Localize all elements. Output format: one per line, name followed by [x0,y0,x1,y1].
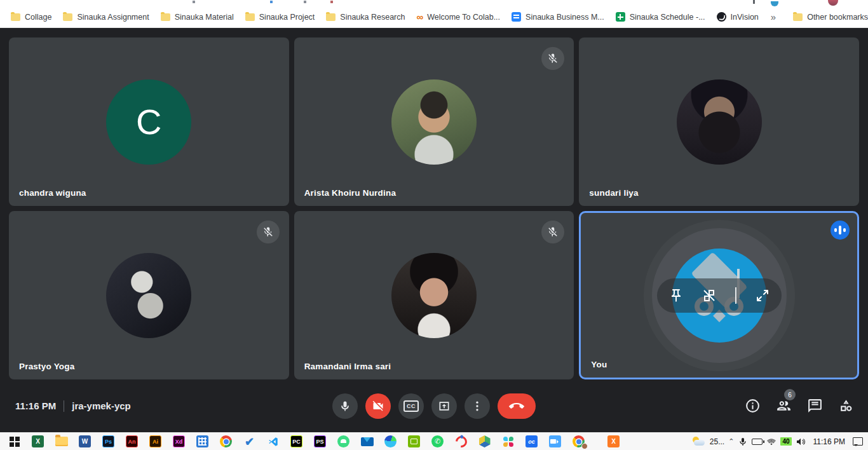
participant-tile-prastyo[interactable]: Prastyo Yoga [9,211,289,379]
tray-overflow-chevron[interactable]: ⌃ [728,437,734,446]
present-button[interactable] [431,393,457,419]
bookmarks-bar: Collage Sinauka Assignment Sinauka Mater… [0,6,868,28]
meet-stage: C chandra wiguna Arista Khoiru Nurdina s… [0,28,868,432]
taskbar-photoshop[interactable]: Ps [97,433,120,450]
taskbar-edge[interactable] [379,433,402,450]
meeting-code: jra-ymek-ycp [72,400,131,411]
tray-mic-icon[interactable] [738,437,748,447]
taskbar-animate[interactable]: An [120,433,144,450]
taskbar-adobe-xd[interactable]: Xd [167,433,191,450]
taskbar-pycharm[interactable]: PC [285,433,308,450]
camera-off-button[interactable] [365,393,391,419]
bookmark-invision[interactable]: InVision [711,9,764,25]
bookmark-welcome-to-colab[interactable]: ∞ Welcome To Colab... [410,9,506,25]
file-explorer-icon [55,437,68,446]
chat-button[interactable] [807,398,823,414]
avatar-photo [391,253,477,338]
cc-icon: CC [403,400,419,412]
mic-icon [339,400,351,412]
more-options-button[interactable] [465,393,490,419]
bookmark-sinauka-assignment[interactable]: Sinauka Assignment [57,9,154,25]
taskbar-clock[interactable]: 11:16 PM [810,437,849,446]
chat-icon [807,398,823,414]
participant-tile-you[interactable]: You [579,211,859,379]
taskbar-chrome[interactable] [214,433,238,450]
participants-count-badge: 6 [784,389,796,400]
profile-avatar-partial[interactable] [828,0,838,6]
taskbar-video-recorder[interactable] [543,433,567,450]
taskbar-ocam[interactable]: oc [520,433,543,450]
participant-tile-arista[interactable]: Arista Khoiru Nurdina [294,38,574,206]
bookmark-collage[interactable]: Collage [5,9,57,25]
taskbar-hexagon-app[interactable] [473,433,496,450]
meeting-side-actions: 6 [745,398,854,414]
bookmarks-overflow-chevron[interactable]: » [764,11,782,22]
taskbar-chrome-profile[interactable] [567,433,590,450]
taskbar-red-app[interactable] [449,433,473,450]
folder-icon [793,13,803,21]
avatar-photo [106,253,191,338]
participant-tile-chandra[interactable]: C chandra wiguna [9,38,289,206]
meet-bottom-bar: 11:16 PM jra-ymek-ycp CC [0,379,868,432]
participant-name: chandra wiguna [19,188,86,198]
pin-icon[interactable] [668,288,684,303]
battery-icon[interactable] [752,439,763,445]
android-studio-icon [337,435,349,447]
bookmark-sinauka-research[interactable]: Sinauka Research [320,9,410,25]
taskbar-excel[interactable]: X [26,433,50,450]
excel-icon: X [32,435,44,447]
taskbar-slack-like[interactable] [496,433,520,450]
taskbar-word[interactable]: W [73,433,97,450]
taskbar-calendar[interactable] [191,433,214,450]
remove-tile-icon[interactable] [702,288,717,303]
taskbar-phpstorm[interactable]: PS [308,433,332,450]
call-end-icon [509,399,524,414]
system-tray: 25... ⌃ 40 11:16 PM [692,437,865,447]
mic-button[interactable] [332,393,358,419]
wifi-icon[interactable] [766,437,776,447]
other-bookmarks-button[interactable]: Other bookmarks [787,9,868,25]
taskbar-file-explorer[interactable] [50,433,73,450]
weather-temperature[interactable]: 25... [710,437,724,446]
bookmark-sinauka-business[interactable]: Sinauka Business M... [506,9,610,25]
video-recorder-icon [549,435,561,447]
taskbar-screen-recorder[interactable] [402,433,426,450]
start-button[interactable] [3,433,26,450]
windows-taskbar: X W Ps An Ai Xd ✔ PC PS ✆ oc X 25... ⌃ 4… [0,432,868,450]
participant-tile-sundari[interactable]: sundari liya [579,38,859,206]
action-center-icon[interactable] [853,437,863,446]
participants-button[interactable]: 6 [776,398,792,414]
taskbar-android-studio[interactable] [332,433,355,450]
bookmark-sinauka-material[interactable]: Sinauka Material [155,9,240,25]
hangup-button[interactable] [498,393,536,419]
audio-output-indicator[interactable] [831,221,850,240]
windows-logo-icon [10,437,20,447]
taskbar-vscode[interactable] [261,433,285,450]
meeting-details-button[interactable] [745,398,761,414]
participant-tile-ramandani[interactable]: Ramandani Irma sari [294,211,574,379]
weather-icon[interactable] [692,437,706,447]
taskbar-mail[interactable] [355,433,379,450]
chrome-icon [220,435,232,447]
taskbar-xampp[interactable]: X [602,433,625,450]
battery-percent-badge[interactable]: 40 [780,437,791,446]
call-controls: CC [332,393,536,419]
ocam-icon: oc [526,435,538,447]
avatar-photo [391,79,477,165]
adobe-xd-icon: Xd [173,435,185,447]
pycharm-icon: PC [290,435,302,447]
extension-icon-partial[interactable] [771,1,778,6]
bookmark-sinauka-schedule[interactable]: Sinauka Schedule -... [610,9,711,25]
participant-name: Ramandani Irma sari [304,362,391,371]
extension-icon-partial[interactable] [753,0,755,4]
minimize-icon[interactable] [755,288,770,303]
bookmark-sinauka-project[interactable]: Sinauka Project [240,9,321,25]
captions-button[interactable]: CC [398,393,424,419]
taskbar-todo[interactable]: ✔ [238,433,261,450]
word-icon: W [79,435,91,447]
taskbar-whatsapp[interactable]: ✆ [426,433,449,450]
taskbar-illustrator[interactable]: Ai [144,433,167,450]
activities-button[interactable] [838,398,854,414]
present-icon [438,400,451,412]
volume-icon[interactable] [796,437,806,447]
